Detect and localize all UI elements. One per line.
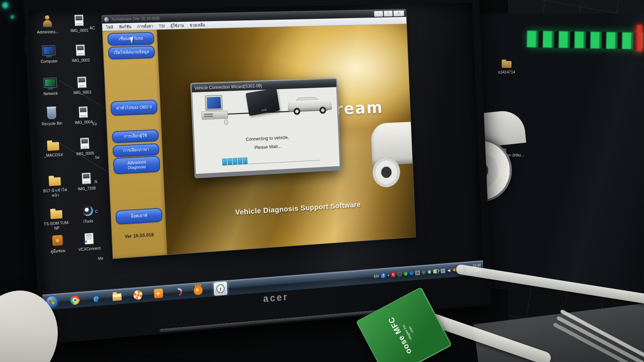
volume-icon[interactable]: ◀) <box>447 268 451 272</box>
menu-settings[interactable]: การตั้งค่า <box>137 23 153 30</box>
desktop-icon-vcxconnect[interactable]: VCXConnect <box>74 232 105 252</box>
desktop-icon-img0005[interactable]: IMG_0005 <box>69 137 100 157</box>
menu-function[interactable]: ฟังก์ชัน <box>119 23 132 30</box>
user-selection-button[interactable]: การเลือกผู้ใช้ <box>112 129 159 143</box>
progress-segments <box>222 154 320 166</box>
splash-caption: Vehicle Diagnosis Support Software <box>165 197 414 221</box>
media-player-icon[interactable]: ▶ <box>154 288 163 298</box>
splash-area: ream Vehicle Diagnosis Support Software … <box>157 24 416 255</box>
minimize-button[interactable]: – <box>374 11 384 17</box>
desktop-icon-partial[interactable]: C <box>95 209 108 214</box>
menu-help[interactable]: ช่วยเหลือ <box>190 21 205 28</box>
user-icon <box>42 15 53 28</box>
desktop-icon-administrator[interactable]: Administra... <box>31 15 63 35</box>
vcxconnect-icon <box>85 233 94 244</box>
printer-icon[interactable] <box>415 270 420 275</box>
progress-segment <box>227 158 232 165</box>
button-label: เปิดไฟล์สแกนข้อมูล <box>114 49 149 55</box>
desktop-icon-b17[interactable]: B17 นำเข้าไฟ หน้า <box>39 174 71 198</box>
laptop-hinge <box>160 309 389 333</box>
red-led <box>637 25 642 51</box>
menu-user[interactable]: ผู้ใช้งาน <box>170 22 184 29</box>
help-icon[interactable]: ? <box>381 273 385 278</box>
green-led-strip <box>527 31 643 49</box>
dialog-body: VIM Connecting to vehicle. Please Wait..… <box>192 87 340 174</box>
advanced-diagnosis-button[interactable]: Advanced Diagnosis <box>113 156 160 174</box>
photoscape-icon[interactable] <box>133 290 143 300</box>
language-indicator[interactable]: EN <box>374 274 379 278</box>
desktop-icon-label: VCXConnect <box>74 245 105 252</box>
red-e-tray-icon[interactable]: E <box>391 272 396 277</box>
techstream-window: Techstream (Ver 10.10.018) – □ × ไฟล์ ฟั… <box>102 9 416 259</box>
dialog-title: Vehicle Connection Wizard(S301-09) <box>194 83 262 90</box>
desktop-icon-label: IMG_7338 <box>71 186 102 192</box>
input-device-icon[interactable] <box>422 270 426 275</box>
obd2-generic-button[interactable]: ค่าทั่วไปของ OBD II <box>111 100 158 116</box>
window-title: Techstream (Ver 10.10.018) <box>111 16 160 21</box>
desktop-icon-label: Administra... <box>32 29 63 35</box>
vim-label: VIM <box>261 108 267 112</box>
maximize-button[interactable]: □ <box>384 11 393 17</box>
techstream-taskbar-button[interactable]: t <box>214 281 227 295</box>
open-scan-file-button[interactable]: เปิดไฟล์สแกนข้อมูล <box>108 46 155 60</box>
desktop-icon-partial[interactable]: Se <box>95 155 107 160</box>
desktop-icon-itools[interactable]: iTools <box>72 205 103 225</box>
chrome-icon[interactable] <box>70 295 80 305</box>
gom-player-icon[interactable] <box>194 285 203 295</box>
connect-to-vehicle-button[interactable]: เชื่อมต่อกับรถ <box>107 32 154 46</box>
desktop-icon-partial[interactable]: AC <box>89 25 102 30</box>
button-label: ล็อตเอาท์ <box>131 213 147 219</box>
image-file-icon <box>74 15 84 26</box>
button-label: การเลือกภาษา <box>123 147 149 153</box>
desktop-icon-label: IMG_0003 <box>67 90 98 95</box>
app-icon <box>104 17 109 22</box>
logout-button[interactable]: ล็อตเอาท์ <box>116 208 163 225</box>
desktop-icon-img0003[interactable]: IMG_0003 <box>66 76 98 95</box>
button-label: การเลือกผู้ใช้ <box>124 133 147 139</box>
language-selection-button[interactable]: การเลือกภาษา <box>112 143 159 157</box>
image-file-icon <box>82 173 91 184</box>
desktop-icon-computer[interactable]: Computer <box>33 45 65 64</box>
desktop-icon-partial[interactable]: Fir <box>92 121 105 126</box>
folder-icon <box>502 61 512 68</box>
photo-scene: ธ3414714 ≣ Attack on Titan (tribu... Adm… <box>0 0 644 362</box>
status-dot-icon[interactable] <box>453 268 456 272</box>
desktop-icon-partial[interactable]: Me <box>98 255 111 261</box>
swoosh-app-icon[interactable] <box>173 286 183 297</box>
progress-segment <box>238 158 243 164</box>
desktop-icon-ts-som[interactable]: TS-SOM TUM-NP <box>40 207 72 232</box>
bluetooth-icon[interactable] <box>410 271 413 275</box>
sync-tray-icon[interactable] <box>397 272 402 277</box>
desktop-icon-network[interactable]: Network <box>34 77 66 97</box>
network-icon <box>43 78 57 88</box>
folder-icon <box>49 177 61 186</box>
desktop-icon-recycle-bin[interactable]: Recycle Bin <box>36 107 68 127</box>
menu-tsi[interactable]: TSI <box>159 23 165 28</box>
desktop-icon-label: B17 นำเข้าไฟ หน้า <box>40 187 71 198</box>
desktop-icon-label: Recycle Bin <box>36 121 68 127</box>
close-button[interactable]: × <box>393 10 404 16</box>
antivirus-tray-icon[interactable] <box>404 272 408 276</box>
teal-led-icon <box>11 15 14 19</box>
laptop-screen: Administra... Computer Network Recycle B… <box>29 3 484 310</box>
itools-icon <box>83 205 93 216</box>
desktop-icon-manual[interactable]: ≡ คู่มือซ่อม <box>42 234 74 255</box>
windows-logo-icon <box>49 299 55 305</box>
desktop-icon-label: _MACOSX <box>38 152 69 158</box>
desktop-icon-macosx[interactable]: _MACOSX <box>37 138 69 158</box>
explorer-folder-icon[interactable] <box>112 293 122 301</box>
desktop-icon-label: คู่มือซ่อม <box>42 248 74 255</box>
recycle-bin-icon <box>47 107 56 119</box>
vehicle-connection-wizard-dialog: Vehicle Connection Wizard(S301-09) VIM <box>190 78 341 178</box>
internet-explorer-icon[interactable]: e <box>91 293 101 304</box>
menu-file[interactable]: ไฟล์ <box>106 23 113 30</box>
desktop-icon-partial[interactable]: N <box>94 179 107 184</box>
folder-icon <box>50 210 62 219</box>
desktop-icon-label: Computer <box>34 58 65 64</box>
desktop-icon-img0002[interactable]: IMG_0002 <box>65 44 96 63</box>
show-hidden-icons[interactable]: ▴ <box>388 273 389 277</box>
battery-icon[interactable] <box>433 269 439 273</box>
network-globe-icon[interactable] <box>428 270 431 274</box>
display-tray-icon[interactable] <box>441 268 445 273</box>
desktop-icon-img0001[interactable]: IMG_0001 <box>63 14 95 33</box>
